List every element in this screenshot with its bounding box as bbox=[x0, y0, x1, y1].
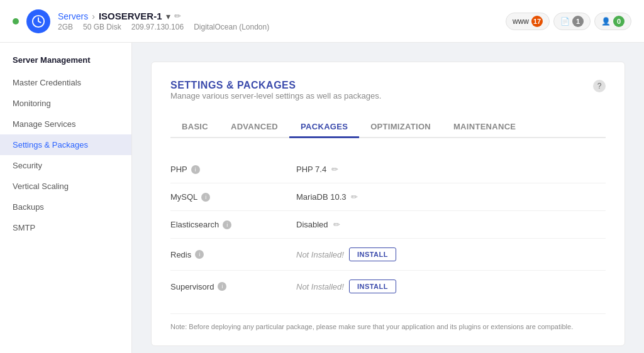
server-provider: DigitalOcean (London) bbox=[194, 23, 269, 31]
sidebar-item-master-credentials[interactable]: Master Credentials bbox=[0, 72, 131, 93]
www-count: 17 bbox=[531, 16, 543, 27]
elasticsearch-version: Disabled bbox=[296, 220, 328, 229]
topbar-right: www 17 📄 1 👤 0 bbox=[506, 13, 631, 30]
server-info: Servers › ISOSERVER-1 ▾ ✏ 2GB 50 GB Disk… bbox=[58, 11, 269, 31]
tab-basic[interactable]: BASIC bbox=[170, 117, 219, 138]
tabs: BASIC ADVANCED PACKAGES OPTIMIZATION MAI… bbox=[170, 117, 606, 138]
package-row-mysql: MySQL i MariaDB 10.3 ✏ bbox=[170, 183, 606, 211]
php-edit-icon[interactable]: ✏ bbox=[331, 165, 338, 174]
sidebar: Server Management Master Credentials Mon… bbox=[0, 43, 132, 353]
package-value-elasticsearch: Disabled ✏ bbox=[296, 220, 606, 229]
tab-packages[interactable]: PACKAGES bbox=[289, 117, 359, 138]
mysql-info-icon[interactable]: i bbox=[201, 193, 210, 202]
package-name-php: PHP i bbox=[170, 165, 296, 174]
packages-table: PHP i PHP 7.4 ✏ MySQL i MariaDB 10 bbox=[170, 156, 606, 302]
php-version: PHP 7.4 bbox=[296, 165, 326, 174]
redis-label: Redis bbox=[170, 250, 191, 259]
supervisord-install-button[interactable]: INSTALL bbox=[349, 280, 396, 293]
tab-optimization[interactable]: OPTIMIZATION bbox=[359, 117, 442, 138]
supervisord-label: Supervisord bbox=[170, 282, 214, 291]
sidebar-item-manage-services[interactable]: Manage Services bbox=[0, 114, 131, 134]
settings-card: SETTINGS & PACKAGES Manage various serve… bbox=[151, 62, 625, 346]
www-label: www bbox=[513, 17, 529, 26]
card-header: SETTINGS & PACKAGES Manage various serve… bbox=[170, 80, 606, 114]
supervisord-info-icon[interactable]: i bbox=[218, 282, 226, 291]
servers-link[interactable]: Servers bbox=[58, 11, 88, 21]
layout: Server Management Master Credentials Mon… bbox=[0, 43, 644, 353]
server-edit-icon[interactable]: ✏ bbox=[174, 11, 181, 21]
help-icon[interactable]: ? bbox=[593, 80, 606, 92]
card-title: SETTINGS & PACKAGES bbox=[170, 80, 381, 91]
package-row-php: PHP i PHP 7.4 ✏ bbox=[170, 156, 606, 183]
server-meta: 2GB 50 GB Disk 209.97.130.106 DigitalOce… bbox=[58, 23, 269, 31]
package-name-supervisord: Supervisord i bbox=[170, 282, 296, 291]
www-badge[interactable]: www 17 bbox=[506, 13, 550, 30]
server-disk: 50 GB Disk bbox=[83, 23, 121, 31]
server-dropdown-caret[interactable]: ▾ bbox=[166, 11, 170, 21]
package-value-redis: Not Installed! INSTALL bbox=[296, 247, 606, 261]
packages-note: Note: Before deploying any particular pa… bbox=[170, 313, 606, 330]
package-value-php: PHP 7.4 ✏ bbox=[296, 165, 606, 174]
package-row-redis: Redis i Not Installed! INSTALL bbox=[170, 239, 606, 271]
sidebar-section-title: Server Management bbox=[0, 55, 131, 72]
supervisord-status: Not Installed! bbox=[296, 282, 344, 291]
sidebar-item-monitoring[interactable]: Monitoring bbox=[0, 93, 131, 114]
sidebar-item-smtp[interactable]: SMTP bbox=[0, 217, 131, 238]
package-value-mysql: MariaDB 10.3 ✏ bbox=[296, 192, 606, 202]
sidebar-item-vertical-scaling[interactable]: Vertical Scaling bbox=[0, 176, 131, 197]
package-value-supervisord: Not Installed! INSTALL bbox=[296, 280, 606, 293]
elasticsearch-info-icon[interactable]: i bbox=[223, 220, 231, 229]
server-status-dot bbox=[13, 18, 19, 24]
tab-maintenance[interactable]: MAINTENANCE bbox=[442, 117, 527, 138]
file-count: 1 bbox=[572, 16, 584, 27]
php-info-icon[interactable]: i bbox=[191, 165, 200, 174]
server-logo bbox=[26, 9, 50, 33]
sidebar-item-settings-packages[interactable]: Settings & Packages bbox=[0, 134, 131, 155]
sidebar-item-security[interactable]: Security bbox=[0, 155, 131, 176]
card-subtitle: Manage various server-level settings as … bbox=[170, 91, 381, 100]
file-badge[interactable]: 📄 1 bbox=[553, 13, 591, 30]
redis-info-icon[interactable]: i bbox=[195, 250, 204, 259]
package-name-elasticsearch: Elasticsearch i bbox=[170, 220, 296, 229]
redis-install-button[interactable]: INSTALL bbox=[349, 247, 396, 261]
package-row-elasticsearch: Elasticsearch i Disabled ✏ bbox=[170, 211, 606, 239]
package-name-redis: Redis i bbox=[170, 250, 296, 259]
topbar-left: Servers › ISOSERVER-1 ▾ ✏ 2GB 50 GB Disk… bbox=[13, 9, 269, 33]
breadcrumb: Servers › ISOSERVER-1 ▾ ✏ bbox=[58, 11, 269, 21]
main-content: SETTINGS & PACKAGES Manage various serve… bbox=[132, 43, 644, 353]
elasticsearch-label: Elasticsearch bbox=[170, 220, 219, 229]
file-icon: 📄 bbox=[560, 17, 570, 26]
mysql-edit-icon[interactable]: ✏ bbox=[351, 192, 358, 202]
user-count: 0 bbox=[613, 16, 625, 27]
breadcrumb-arrow: › bbox=[92, 11, 95, 21]
topbar: Servers › ISOSERVER-1 ▾ ✏ 2GB 50 GB Disk… bbox=[0, 0, 644, 43]
package-name-mysql: MySQL i bbox=[170, 192, 296, 202]
elasticsearch-edit-icon[interactable]: ✏ bbox=[333, 220, 340, 229]
user-badge[interactable]: 👤 0 bbox=[594, 13, 631, 30]
server-name: ISOSERVER-1 bbox=[99, 11, 162, 21]
server-ram: 2GB bbox=[58, 23, 73, 31]
package-row-supervisord: Supervisord i Not Installed! INSTALL bbox=[170, 271, 606, 302]
sidebar-item-backups[interactable]: Backups bbox=[0, 197, 131, 217]
server-ip: 209.97.130.106 bbox=[131, 23, 184, 31]
mysql-label: MySQL bbox=[170, 192, 197, 202]
redis-status: Not Installed! bbox=[296, 250, 344, 259]
mysql-version: MariaDB 10.3 bbox=[296, 192, 346, 202]
php-label: PHP bbox=[170, 165, 187, 174]
tab-advanced[interactable]: ADVANCED bbox=[219, 117, 289, 138]
user-icon: 👤 bbox=[601, 17, 611, 26]
